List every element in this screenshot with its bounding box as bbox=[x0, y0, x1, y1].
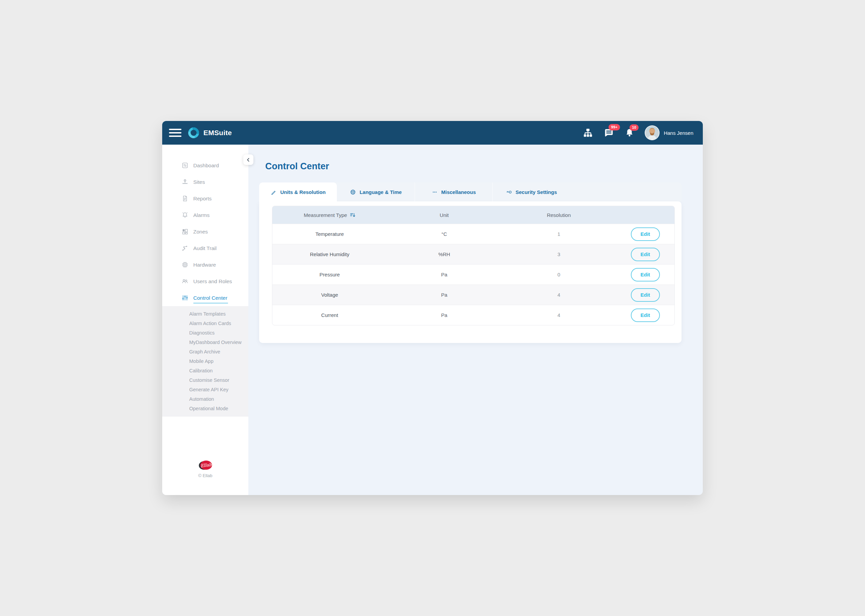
sidebar-item-users-and-roles[interactable]: Users and Roles bbox=[162, 273, 248, 289]
column-header-actions bbox=[616, 206, 674, 224]
cell-unit: %RH bbox=[387, 244, 501, 264]
cell-resolution: 1 bbox=[501, 224, 616, 244]
sidebar-subitem-operational-mode[interactable]: Operational Mode bbox=[162, 404, 248, 413]
edit-button-temperature[interactable]: Edit bbox=[631, 228, 660, 241]
chevron-left-icon bbox=[245, 157, 251, 163]
cell-resolution: 4 bbox=[501, 284, 616, 305]
avatar[interactable] bbox=[645, 126, 659, 140]
ellipsis-icon bbox=[432, 189, 438, 195]
tab-label: Security Settings bbox=[516, 189, 557, 195]
avatar-image bbox=[645, 126, 659, 140]
messages-badge: 99+ bbox=[609, 124, 620, 130]
cell-actions: Edit bbox=[616, 224, 674, 244]
pencil-icon bbox=[270, 189, 277, 195]
sidebar-footer: Ellab © Ellab bbox=[162, 460, 248, 495]
column-header-label: Measurement Type bbox=[304, 212, 347, 218]
tab-units-resolution[interactable]: Units & Resolution bbox=[259, 182, 337, 201]
sitemap-button[interactable] bbox=[582, 127, 593, 138]
sidebar-item-label: Users and Roles bbox=[193, 278, 232, 284]
edit-button-pressure[interactable]: Edit bbox=[631, 268, 660, 281]
sidebar-subitem-diagnostics[interactable]: Diagnostics bbox=[162, 328, 248, 338]
zones-icon bbox=[181, 228, 188, 235]
sidebar-nav: DashboardSitesReportsAlarmsZonesAudit Tr… bbox=[162, 145, 248, 306]
control-center-icon bbox=[181, 294, 188, 302]
sidebar-item-sites[interactable]: Sites bbox=[162, 174, 248, 190]
tab-language-time[interactable]: Language & Time bbox=[337, 182, 414, 201]
cell-measurement-type: Relative Humidity bbox=[272, 244, 387, 264]
cell-measurement-type: Current bbox=[272, 305, 387, 325]
cell-measurement-type: Voltage bbox=[272, 284, 387, 305]
edit-button-voltage[interactable]: Edit bbox=[631, 288, 660, 302]
cell-actions: Edit bbox=[616, 244, 674, 264]
sidebar-subitem-customise-sensor[interactable]: Customise Sensor bbox=[162, 376, 248, 385]
column-header-label: Resolution bbox=[547, 212, 571, 218]
sidebar-item-label: Hardware bbox=[193, 262, 216, 268]
sitemap-icon bbox=[582, 127, 593, 138]
emsuite-logo-icon bbox=[187, 126, 200, 139]
table-row-current: CurrentPa4Edit bbox=[272, 305, 674, 325]
app-name: EMSuite bbox=[203, 129, 232, 137]
sidebar-item-zones[interactable]: Zones bbox=[162, 223, 248, 240]
table-row-relative-humidity: Relative Humidity%RH3Edit bbox=[272, 244, 674, 264]
notifications-button[interactable]: 10 bbox=[625, 128, 634, 138]
desktop-background: EMSuite bbox=[0, 0, 865, 616]
users-roles-icon bbox=[181, 278, 188, 285]
sidebar-item-label: Control Center bbox=[193, 295, 228, 301]
globe-icon bbox=[350, 189, 356, 195]
column-header-label: Unit bbox=[440, 212, 449, 218]
copyright: © Ellab bbox=[198, 473, 212, 478]
tab-security-settings[interactable]: Security Settings bbox=[492, 182, 570, 201]
cell-unit: Pa bbox=[387, 284, 501, 305]
topbar: EMSuite bbox=[162, 121, 703, 145]
sidebar-subitem-alarm-action-cards[interactable]: Alarm Action Cards bbox=[162, 319, 248, 328]
sidebar-item-reports[interactable]: Reports bbox=[162, 190, 248, 207]
sidebar-item-label: Audit Trail bbox=[193, 245, 217, 251]
key-icon bbox=[506, 189, 512, 195]
ellab-logo: Ellab bbox=[197, 460, 214, 471]
dashboard-icon bbox=[181, 162, 188, 169]
sidebar: DashboardSitesReportsAlarmsZonesAudit Tr… bbox=[162, 145, 248, 495]
sidebar-subitem-calibration[interactable]: Calibration bbox=[162, 366, 248, 376]
sidebar-subitem-automation[interactable]: Automation bbox=[162, 394, 248, 404]
cell-unit: Pa bbox=[387, 305, 501, 325]
sidebar-item-alarms[interactable]: Alarms bbox=[162, 207, 248, 223]
notifications-badge: 10 bbox=[630, 124, 639, 131]
cell-resolution: 0 bbox=[501, 264, 616, 284]
menu-toggle-button[interactable] bbox=[169, 129, 181, 137]
page-title: Control Center bbox=[265, 161, 703, 172]
cell-unit: °C bbox=[387, 224, 501, 244]
sidebar-item-hardware[interactable]: Hardware bbox=[162, 256, 248, 273]
cell-resolution: 4 bbox=[501, 305, 616, 325]
reports-icon bbox=[181, 195, 188, 202]
cell-measurement-type: Temperature bbox=[272, 224, 387, 244]
user-name: Hans Jensen bbox=[664, 130, 693, 136]
sidebar-item-label: Sites bbox=[193, 179, 205, 185]
sidebar-item-dashboard[interactable]: Dashboard bbox=[162, 157, 248, 174]
edit-button-relative-humidity[interactable]: Edit bbox=[631, 248, 660, 261]
sites-icon bbox=[181, 178, 188, 185]
column-header-resolution: Resolution bbox=[501, 206, 616, 224]
settings-card: Measurement TypeUnitResolution Temperatu… bbox=[259, 201, 681, 343]
column-header-unit: Unit bbox=[387, 206, 501, 224]
cell-unit: Pa bbox=[387, 264, 501, 284]
units-table-frame: Measurement TypeUnitResolution Temperatu… bbox=[272, 206, 675, 325]
tabbar: Units & ResolutionLanguage & TimeMiscell… bbox=[259, 182, 681, 201]
sidebar-subitem-mobile-app[interactable]: Mobile App bbox=[162, 357, 248, 366]
sidebar-item-control-center[interactable]: Control Center bbox=[162, 289, 248, 306]
tab-miscellaneous[interactable]: Miscellaneous bbox=[414, 182, 492, 201]
sort-icon[interactable] bbox=[350, 212, 355, 218]
hardware-icon bbox=[181, 261, 188, 268]
table-row-voltage: VoltagePa4Edit bbox=[272, 284, 674, 305]
sidebar-subitem-alarm-templates[interactable]: Alarm Templates bbox=[162, 309, 248, 319]
tab-label: Miscellaneous bbox=[441, 189, 476, 195]
alarms-icon bbox=[181, 212, 188, 218]
cell-resolution: 3 bbox=[501, 244, 616, 264]
sidebar-subitem-mydashboard-overview[interactable]: MyDashboard Overview bbox=[162, 338, 248, 347]
messages-button[interactable]: 99+ bbox=[603, 127, 614, 138]
sidebar-subitem-graph-archive[interactable]: Graph Archive bbox=[162, 347, 248, 357]
edit-button-current[interactable]: Edit bbox=[631, 308, 660, 322]
sidebar-collapse-button[interactable] bbox=[243, 154, 253, 165]
sidebar-subitem-generate-api-key[interactable]: Generate API Key bbox=[162, 385, 248, 394]
cell-actions: Edit bbox=[616, 264, 674, 284]
sidebar-item-audit-trail[interactable]: Audit Trail bbox=[162, 240, 248, 256]
